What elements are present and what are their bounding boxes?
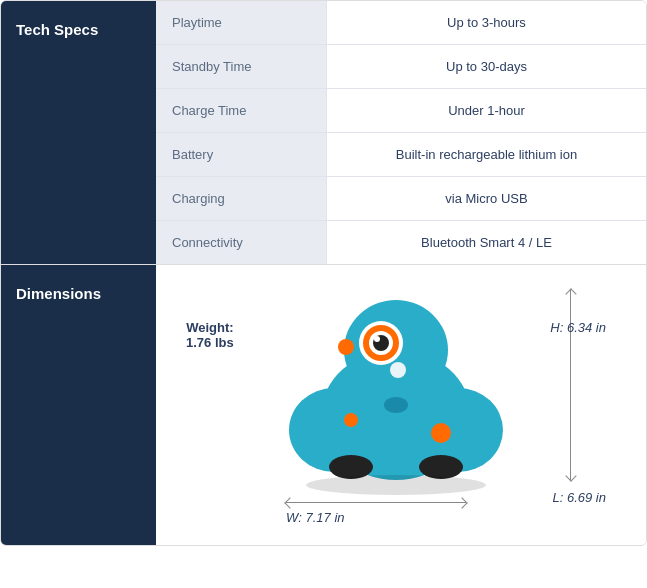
spec-label-charge-time: Charge Time (156, 89, 326, 132)
spec-row-playtime: Playtime Up to 3-hours (156, 1, 646, 45)
dim-l-label: L: 6.69 in (553, 490, 607, 505)
spec-value-playtime: Up to 3-hours (326, 1, 646, 44)
svg-point-15 (329, 455, 373, 479)
h-arrow (570, 290, 571, 480)
svg-point-13 (431, 423, 451, 443)
spec-label-battery: Battery (156, 133, 326, 176)
svg-point-11 (390, 362, 406, 378)
svg-point-9 (338, 339, 354, 355)
dim-h-label: H: 6.34 in (550, 320, 606, 335)
spec-row-charging: Charging via Micro USB (156, 177, 646, 221)
svg-point-17 (306, 475, 486, 495)
page-container: Tech Specs Playtime Up to 3-hours Standb… (0, 0, 647, 546)
spec-label-standby: Standby Time (156, 45, 326, 88)
spec-label-playtime: Playtime (156, 1, 326, 44)
spec-label-charging: Charging (156, 177, 326, 220)
spec-row-standby: Standby Time Up to 30-days (156, 45, 646, 89)
svg-point-10 (422, 334, 434, 346)
spec-row-battery: Battery Built-in rechargeable lithium io… (156, 133, 646, 177)
dimensions-content: Weight: 1.76 lbs (156, 265, 646, 545)
svg-point-14 (344, 413, 358, 427)
spec-row-connectivity: Connectivity Bluetooth Smart 4 / LE (156, 221, 646, 264)
svg-point-12 (384, 397, 408, 413)
svg-point-8 (374, 336, 380, 342)
spec-value-battery: Built-in rechargeable lithium ion (326, 133, 646, 176)
svg-point-16 (419, 455, 463, 479)
weight-label: Weight: 1.76 lbs (186, 320, 234, 350)
spec-value-charging: via Micro USB (326, 177, 646, 220)
robot-illustration (276, 275, 536, 505)
tech-specs-section: Tech Specs Playtime Up to 3-hours Standb… (1, 1, 646, 264)
spec-label-connectivity: Connectivity (156, 221, 326, 264)
dimensions-section: Dimensions Weight: 1.76 lbs (1, 264, 646, 545)
spec-value-charge-time: Under 1-hour (326, 89, 646, 132)
w-arrow (286, 502, 466, 503)
spec-value-standby: Up to 30-days (326, 45, 646, 88)
dim-w-label: W: 7.17 in (286, 510, 345, 525)
tech-specs-content: Playtime Up to 3-hours Standby Time Up t… (156, 1, 646, 264)
spec-value-connectivity: Bluetooth Smart 4 / LE (326, 221, 646, 264)
spec-row-charge-time: Charge Time Under 1-hour (156, 89, 646, 133)
dimensions-label: Dimensions (1, 265, 156, 545)
tech-specs-label: Tech Specs (1, 1, 156, 264)
